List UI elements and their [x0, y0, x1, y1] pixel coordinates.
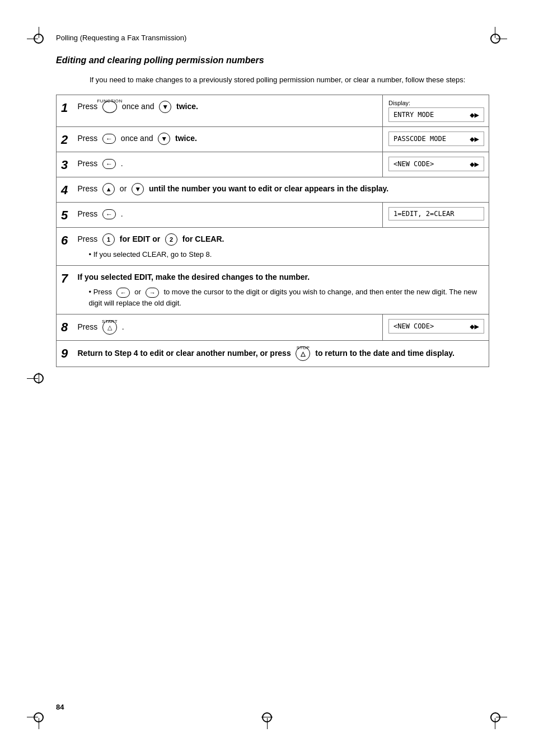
display-box-8: <NEW CODE> ◆▶: [388, 319, 484, 334]
step-4-row: 4 Press ▲ or ▼ until the number you want…: [57, 177, 489, 202]
step-8-display: <NEW CODE> ◆▶: [383, 314, 489, 341]
step-9-text: Return to Step 4 to edit or clear anothe…: [78, 349, 455, 358]
arrow-right-button-7b[interactable]: →: [146, 288, 159, 298]
step-1-text: Press FUNCTION once and ▼ twice.: [78, 102, 198, 111]
display-text-1: ENTRY MODE: [394, 111, 434, 119]
step-7-body: If you selected EDIT, make the desired c…: [74, 266, 489, 314]
step-1-display: Display: ENTRY MODE ◆▶: [383, 95, 489, 126]
step-7-bullet: Press ← or → to move the cursor to the d…: [89, 287, 484, 308]
crosshair-tr-v: [495, 27, 495, 38]
step-6-row: 6 Press 1 for EDIT or 2 for CLEAR. If yo…: [57, 227, 489, 266]
start-label: START: [102, 315, 118, 328]
crosshair-bl-v: [39, 718, 39, 729]
step-6-bullet: If you selected CLEAR, go to Step 8.: [89, 249, 484, 260]
two-button[interactable]: 2: [165, 233, 177, 246]
step-3-text: Press ← .: [78, 159, 123, 168]
step-5-display: 1=EDIT, 2=CLEAR: [383, 202, 489, 227]
step-1-body: Press FUNCTION once and ▼ twice.: [74, 95, 383, 126]
step-5-text: Press ← .: [78, 209, 123, 218]
down-button-4[interactable]: ▼: [132, 183, 144, 195]
step-9-body: Return to Step 4 to edit or clear anothe…: [74, 341, 489, 367]
crosshair-tl-v: [39, 27, 39, 38]
crosshair-br-h: [496, 717, 507, 717]
corner-mark-br: [490, 712, 500, 722]
step-1-number: 1: [57, 95, 74, 126]
display-text-5: 1=EDIT, 2=CLEAR: [394, 210, 454, 218]
step-2-body: Press ← once and ▼ twice.: [74, 126, 383, 152]
mid-bottom-ch-v: [267, 718, 268, 729]
display-text-2: PASSCODE MODE: [394, 135, 446, 143]
display-label: Display:: [388, 100, 484, 106]
stop-button[interactable]: STOP △: [296, 346, 310, 361]
page-number: 84: [56, 703, 64, 711]
step-2-number: 2: [57, 126, 74, 152]
crosshair-tr-h: [496, 39, 507, 39]
display-text-3: <NEW CODE>: [394, 160, 434, 168]
function-button[interactable]: FUNCTION: [102, 101, 117, 113]
intro-text: If you need to make changes to a previou…: [90, 74, 489, 86]
step-9-row: 9 Return to Step 4 to edit or clear anot…: [57, 341, 489, 367]
step-6-body: Press 1 for EDIT or 2 for CLEAR. If you …: [74, 227, 489, 266]
step-8-number: 8: [57, 314, 74, 341]
arrow-left-button-2[interactable]: ←: [102, 134, 116, 144]
display-arrow-2: ◆▶: [470, 134, 479, 143]
step-6-number: 6: [57, 227, 74, 266]
step-2-display: PASSCODE MODE ◆▶: [383, 126, 489, 152]
one-button[interactable]: 1: [102, 233, 115, 246]
step-5-row: 5 Press ← . 1=EDIT, 2=CLEAR: [57, 202, 489, 227]
display-arrow-3: ◆▶: [470, 159, 479, 168]
arrow-left-button-7a[interactable]: ←: [116, 288, 130, 298]
display-text-8: <NEW CODE>: [394, 322, 434, 330]
mid-left-ch-h: [27, 378, 38, 379]
display-arrow-8: ◆▶: [470, 322, 479, 331]
function-label: FUNCTION: [97, 96, 122, 107]
step-2-row: 2 Press ← once and ▼ twice. PASSCODE MOD…: [57, 126, 489, 152]
step-3-number: 3: [57, 152, 74, 177]
stop-label: STOP: [297, 341, 310, 355]
start-button[interactable]: START △: [102, 320, 117, 335]
up-down-button-1[interactable]: ▼: [159, 101, 171, 113]
up-down-button-2[interactable]: ▼: [158, 133, 170, 145]
step-9-number: 9: [57, 341, 74, 367]
steps-table: 1 Press FUNCTION once and ▼ twice. Displ…: [56, 95, 489, 368]
step-3-display: <NEW CODE> ◆▶: [383, 152, 489, 177]
step-5-body: Press ← .: [74, 202, 383, 227]
step-4-text: Press ▲ or ▼ until the number you want t…: [78, 184, 389, 193]
section-title: Editing and clearing polling permission …: [56, 55, 489, 65]
arrow-left-button-3[interactable]: ←: [102, 159, 116, 169]
step-5-number: 5: [57, 202, 74, 227]
crosshair-bl-h: [27, 717, 38, 717]
page: Polling (Requesting a Fax Transmission) …: [0, 0, 534, 756]
step-4-number: 4: [57, 177, 74, 202]
crosshair-tl-h: [27, 39, 38, 39]
step-4-body: Press ▲ or ▼ until the number you want t…: [74, 177, 489, 202]
up-button-4[interactable]: ▲: [102, 183, 115, 195]
crosshair-br-v: [495, 718, 495, 729]
display-arrow-1: ◆▶: [470, 110, 479, 119]
step-8-body: Press START △ .: [74, 314, 383, 341]
step-6-text: Press 1 for EDIT or 2 for CLEAR.: [78, 234, 224, 243]
display-box-2: PASSCODE MODE ◆▶: [388, 132, 484, 146]
step-7-number: 7: [57, 266, 74, 314]
display-box-5: 1=EDIT, 2=CLEAR: [388, 207, 484, 220]
display-box-1: ENTRY MODE ◆▶: [388, 107, 484, 122]
mid-bottom-ch-h: [261, 717, 273, 717]
step-7-text: If you selected EDIT, make the desired c…: [78, 273, 310, 281]
breadcrumb: Polling (Requesting a Fax Transmission): [56, 34, 489, 42]
arrow-left-button-5[interactable]: ←: [102, 209, 116, 219]
step-8-text: Press START △ .: [78, 322, 124, 331]
step-2-text: Press ← once and ▼ twice.: [78, 134, 197, 143]
step-3-body: Press ← .: [74, 152, 383, 177]
step-8-row: 8 Press START △ . <NEW CODE> ◆▶: [57, 314, 489, 341]
step-7-row: 7 If you selected EDIT, make the desired…: [57, 266, 489, 314]
display-box-3: <NEW CODE> ◆▶: [388, 157, 484, 171]
mid-left-ch-v: [39, 373, 39, 384]
step-3-row: 3 Press ← . <NEW CODE> ◆▶: [57, 152, 489, 177]
step-1-row: 1 Press FUNCTION once and ▼ twice. Displ…: [57, 95, 489, 126]
